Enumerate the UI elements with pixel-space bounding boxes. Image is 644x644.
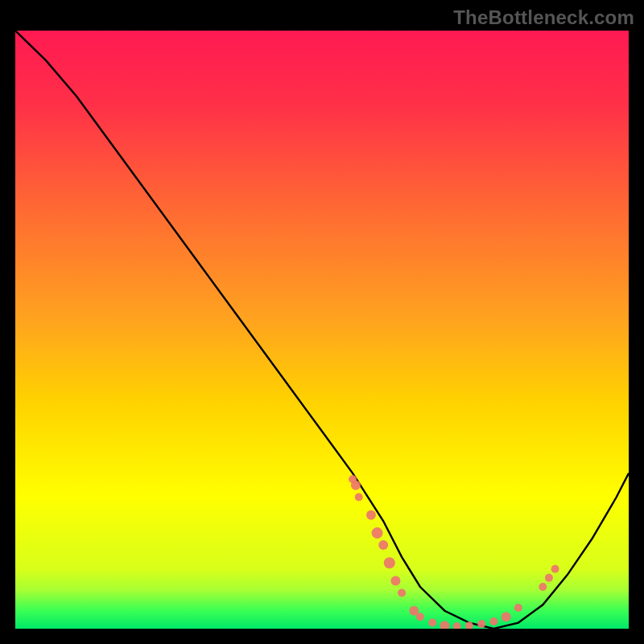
data-marker — [416, 613, 424, 621]
data-marker — [539, 583, 547, 591]
data-marker — [355, 493, 363, 502]
data-marker — [378, 540, 388, 550]
data-marker — [390, 576, 400, 586]
data-marker — [453, 622, 461, 629]
data-marker — [428, 619, 436, 627]
curve-line — [15, 31, 629, 629]
watermark-text: TheBottleneck.com — [453, 6, 634, 29]
data-marker — [545, 574, 553, 582]
data-marker — [477, 620, 485, 628]
bottleneck-curve — [15, 31, 629, 629]
data-marker — [440, 621, 449, 629]
plot-area — [15, 31, 629, 629]
data-marker — [384, 557, 395, 568]
data-marker — [502, 612, 511, 621]
data-marker — [489, 617, 497, 625]
data-marker — [351, 481, 361, 490]
data-marker — [551, 565, 559, 573]
data-marker — [366, 510, 376, 520]
data-marker — [372, 527, 383, 539]
data-marker — [398, 588, 406, 597]
data-markers — [349, 475, 559, 629]
data-marker — [514, 604, 522, 612]
chart-container: TheBottleneck.com — [0, 0, 644, 644]
